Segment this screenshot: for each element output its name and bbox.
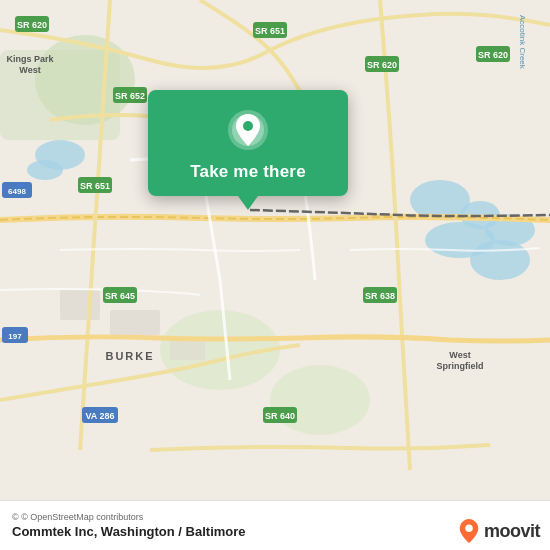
svg-text:SR 620: SR 620 — [367, 60, 397, 70]
map-container: SR 620 SR 651 SR 620 SR 620 SR 652 SR 65… — [0, 0, 550, 500]
svg-rect-12 — [60, 290, 100, 320]
svg-text:SR 638: SR 638 — [365, 291, 395, 301]
svg-text:West: West — [449, 350, 470, 360]
svg-text:SR 645: SR 645 — [105, 291, 135, 301]
svg-text:VA 286: VA 286 — [85, 411, 114, 421]
svg-text:BURKE: BURKE — [105, 350, 154, 362]
svg-text:Kings Park: Kings Park — [6, 54, 54, 64]
svg-text:Springfield: Springfield — [437, 361, 484, 371]
svg-rect-13 — [110, 310, 160, 335]
svg-text:SR 652: SR 652 — [115, 91, 145, 101]
moovit-logo: moovit — [458, 518, 540, 544]
location-pin-icon — [226, 108, 270, 152]
moovit-pin-icon — [458, 518, 480, 544]
take-me-there-popup[interactable]: Take me there — [148, 90, 348, 196]
svg-text:SR 651: SR 651 — [80, 181, 110, 191]
svg-text:West: West — [19, 65, 40, 75]
svg-text:SR 620: SR 620 — [478, 50, 508, 60]
svg-rect-14 — [170, 340, 205, 360]
svg-text:197: 197 — [8, 332, 22, 341]
svg-point-7 — [470, 240, 530, 280]
svg-point-47 — [243, 121, 253, 131]
svg-point-48 — [465, 525, 472, 532]
svg-text:SR 651: SR 651 — [255, 26, 285, 36]
svg-text:SR 640: SR 640 — [265, 411, 295, 421]
attribution-text: © OpenStreetMap contributors — [21, 512, 143, 522]
popup-label: Take me there — [190, 162, 306, 182]
svg-point-11 — [270, 365, 370, 435]
moovit-text: moovit — [484, 521, 540, 542]
map-background: SR 620 SR 651 SR 620 SR 620 SR 652 SR 65… — [0, 0, 550, 500]
svg-text:6498: 6498 — [8, 187, 26, 196]
bottom-bar: © © OpenStreetMap contributors Commtek I… — [0, 500, 550, 550]
svg-point-2 — [27, 160, 63, 180]
svg-text:Accotink Creek: Accotink Creek — [518, 15, 527, 70]
copyright-symbol: © — [12, 512, 19, 522]
svg-text:SR 620: SR 620 — [17, 20, 47, 30]
